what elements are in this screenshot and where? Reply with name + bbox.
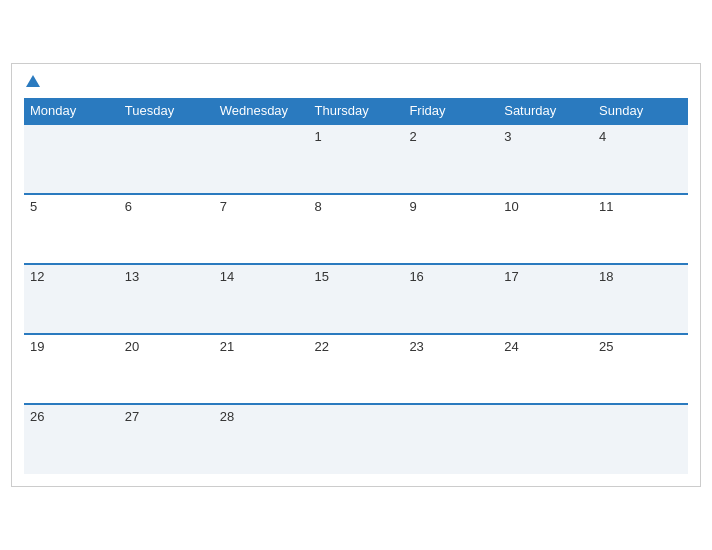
day-number: 9	[409, 199, 416, 214]
day-number: 7	[220, 199, 227, 214]
calendar-day-cell: 2	[403, 124, 498, 194]
day-number: 23	[409, 339, 423, 354]
calendar-day-cell	[309, 404, 404, 474]
day-number: 8	[315, 199, 322, 214]
day-number: 19	[30, 339, 44, 354]
calendar-day-cell: 16	[403, 264, 498, 334]
logo-triangle-icon	[26, 75, 40, 87]
day-number: 26	[30, 409, 44, 424]
day-of-week-header: Friday	[403, 98, 498, 124]
logo-general	[24, 74, 40, 90]
calendar-day-cell: 7	[214, 194, 309, 264]
day-of-week-header: Wednesday	[214, 98, 309, 124]
day-number: 17	[504, 269, 518, 284]
calendar-day-cell: 18	[593, 264, 688, 334]
calendar-day-cell: 26	[24, 404, 119, 474]
day-number: 24	[504, 339, 518, 354]
calendar-day-cell: 6	[119, 194, 214, 264]
day-number: 16	[409, 269, 423, 284]
calendar-day-cell: 24	[498, 334, 593, 404]
calendar-day-cell: 9	[403, 194, 498, 264]
calendar-week-row: 12131415161718	[24, 264, 688, 334]
calendar-week-row: 1234	[24, 124, 688, 194]
calendar-body: 1234567891011121314151617181920212223242…	[24, 124, 688, 474]
calendar-day-cell: 1	[309, 124, 404, 194]
day-number: 20	[125, 339, 139, 354]
calendar-day-cell: 13	[119, 264, 214, 334]
calendar-week-row: 262728	[24, 404, 688, 474]
calendar-day-cell	[498, 404, 593, 474]
day-of-week-header: Monday	[24, 98, 119, 124]
day-number: 4	[599, 129, 606, 144]
day-number: 21	[220, 339, 234, 354]
day-number: 2	[409, 129, 416, 144]
day-number: 1	[315, 129, 322, 144]
day-number: 6	[125, 199, 132, 214]
calendar-day-cell: 4	[593, 124, 688, 194]
calendar-day-cell: 11	[593, 194, 688, 264]
calendar-day-cell	[24, 124, 119, 194]
calendar-day-cell	[214, 124, 309, 194]
calendar-day-cell: 28	[214, 404, 309, 474]
day-number: 28	[220, 409, 234, 424]
day-number: 13	[125, 269, 139, 284]
day-number: 10	[504, 199, 518, 214]
calendar-day-cell	[593, 404, 688, 474]
calendar-container: MondayTuesdayWednesdayThursdayFridaySatu…	[11, 63, 701, 487]
calendar-day-cell	[119, 124, 214, 194]
day-of-week-header: Sunday	[593, 98, 688, 124]
calendar-day-cell: 15	[309, 264, 404, 334]
calendar-day-cell: 22	[309, 334, 404, 404]
calendar-day-cell: 14	[214, 264, 309, 334]
day-number: 5	[30, 199, 37, 214]
day-number: 14	[220, 269, 234, 284]
day-number: 22	[315, 339, 329, 354]
calendar-day-cell: 10	[498, 194, 593, 264]
calendar-day-cell: 3	[498, 124, 593, 194]
calendar-day-cell: 27	[119, 404, 214, 474]
logo	[24, 74, 40, 90]
calendar-day-cell: 23	[403, 334, 498, 404]
day-number: 3	[504, 129, 511, 144]
day-of-week-header: Thursday	[309, 98, 404, 124]
calendar-day-cell: 17	[498, 264, 593, 334]
calendar-header-row: MondayTuesdayWednesdayThursdayFridaySatu…	[24, 98, 688, 124]
calendar-day-cell	[403, 404, 498, 474]
calendar-header	[24, 74, 688, 90]
day-number: 18	[599, 269, 613, 284]
day-number: 15	[315, 269, 329, 284]
calendar-day-cell: 25	[593, 334, 688, 404]
calendar-week-row: 567891011	[24, 194, 688, 264]
day-number: 25	[599, 339, 613, 354]
calendar-day-cell: 5	[24, 194, 119, 264]
day-of-week-header: Saturday	[498, 98, 593, 124]
calendar-day-cell: 20	[119, 334, 214, 404]
day-number: 12	[30, 269, 44, 284]
calendar-grid: MondayTuesdayWednesdayThursdayFridaySatu…	[24, 98, 688, 474]
calendar-day-cell: 12	[24, 264, 119, 334]
calendar-day-cell: 8	[309, 194, 404, 264]
day-number: 11	[599, 199, 613, 214]
calendar-day-cell: 21	[214, 334, 309, 404]
calendar-day-cell: 19	[24, 334, 119, 404]
calendar-week-row: 19202122232425	[24, 334, 688, 404]
day-number: 27	[125, 409, 139, 424]
day-of-week-header: Tuesday	[119, 98, 214, 124]
